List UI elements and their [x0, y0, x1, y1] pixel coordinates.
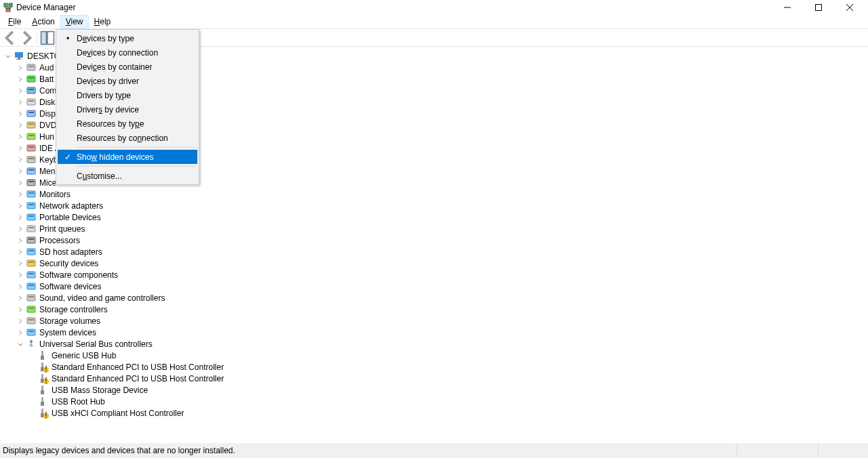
svg-rect-49	[27, 283, 35, 289]
expand-icon[interactable]	[16, 75, 24, 83]
tree-category-usb[interactable]: Universal Serial Bus controllers	[16, 338, 864, 350]
svg-rect-48	[28, 273, 34, 274]
menu-file[interactable]: File	[3, 15, 26, 28]
expand-icon[interactable]	[16, 121, 24, 129]
show-hide-console-button[interactable]	[40, 30, 55, 45]
usb-device-icon: !	[38, 408, 49, 418]
tree-item-label: Disp	[39, 109, 56, 119]
svg-rect-52	[28, 296, 34, 297]
tree-device[interactable]: ! USB xHCI Compliant Host Controller	[28, 407, 864, 419]
expand-icon[interactable]	[16, 202, 24, 210]
expand-icon[interactable]	[16, 248, 24, 256]
tree-item-label: Generic USB Hub	[52, 351, 116, 360]
expand-icon[interactable]	[16, 236, 24, 245]
menu-devices-by-container[interactable]: Devices by container	[58, 60, 197, 74]
svg-rect-32	[28, 181, 34, 182]
category-icon	[26, 247, 37, 257]
tree-category[interactable]: Monitors	[16, 188, 864, 200]
expand-icon[interactable]	[16, 271, 24, 279]
expand-icon[interactable]	[16, 225, 24, 233]
expand-icon[interactable]	[16, 64, 24, 72]
tree-category[interactable]: Software devices	[16, 280, 864, 292]
forward-button[interactable]	[19, 30, 34, 45]
expand-icon[interactable]	[16, 144, 24, 152]
svg-rect-43	[27, 249, 35, 255]
expand-icon[interactable]	[16, 110, 24, 118]
tree-category[interactable]: Storage volumes	[16, 315, 864, 327]
menu-resources-by-type[interactable]: Resources by type	[58, 117, 197, 131]
svg-rect-27	[27, 157, 35, 163]
tree-category[interactable]: Network adapters	[16, 200, 864, 211]
expand-icon[interactable]	[16, 133, 24, 141]
status-pane	[736, 443, 818, 458]
menu-view[interactable]: View	[60, 15, 89, 28]
category-icon	[26, 201, 37, 211]
tree-category[interactable]: Print queues	[16, 223, 864, 234]
expand-icon[interactable]	[16, 98, 24, 106]
menu-devices-by-driver[interactable]: Devices by driver	[58, 74, 197, 88]
expand-icon[interactable]	[16, 329, 24, 337]
category-icon	[26, 270, 37, 280]
check-mark-icon: ✓	[63, 152, 73, 162]
tree-category[interactable]: SD host adapters	[16, 246, 864, 257]
tree-category[interactable]: Storage controllers	[16, 304, 864, 315]
menu-devices-by-type[interactable]: •Devices by type	[58, 31, 197, 45]
svg-rect-10	[16, 59, 22, 60]
svg-rect-33	[27, 191, 35, 197]
menu-resources-by-connection[interactable]: Resources by connection	[58, 131, 197, 145]
expand-icon[interactable]	[16, 283, 24, 291]
category-icon	[26, 235, 37, 245]
category-icon	[26, 62, 37, 72]
collapse-icon[interactable]	[16, 340, 24, 348]
tree-device[interactable]: USB Mass Storage Device	[28, 384, 864, 396]
usb-device-icon: !	[38, 373, 49, 383]
category-icon	[26, 212, 37, 222]
expand-icon[interactable]	[16, 259, 24, 268]
category-icon	[26, 258, 37, 268]
expand-icon[interactable]	[16, 317, 24, 325]
tree-category[interactable]: Sound, video and game controllers	[16, 292, 864, 304]
expand-icon[interactable]	[16, 294, 24, 302]
usb-device-icon	[38, 350, 49, 360]
expand-icon[interactable]	[16, 190, 24, 199]
tree-category[interactable]: Processors	[16, 234, 864, 246]
menu-devices-by-connection[interactable]: Devices by connection	[58, 45, 197, 60]
svg-rect-45	[27, 260, 35, 266]
svg-rect-41	[27, 237, 35, 243]
svg-rect-25	[27, 145, 35, 151]
expand-icon[interactable]	[16, 213, 24, 222]
expand-icon[interactable]	[16, 306, 24, 314]
tree-device[interactable]: Generic USB Hub	[28, 350, 864, 361]
minimize-button[interactable]	[772, 0, 803, 15]
back-button[interactable]	[3, 30, 18, 45]
tree-category[interactable]: Security devices	[16, 257, 864, 269]
menu-drivers-by-type[interactable]: Drivers by type	[58, 88, 197, 102]
expand-icon[interactable]	[4, 52, 12, 60]
tree-item-label: Aud	[39, 63, 54, 72]
tree-category[interactable]: Portable Devices	[16, 211, 864, 223]
menu-action[interactable]: Action	[26, 15, 60, 28]
tree-item-label: Processors	[39, 236, 80, 245]
maximize-button[interactable]	[803, 0, 834, 15]
tree-category[interactable]: System devices	[16, 327, 864, 338]
tree-category[interactable]: Software components	[16, 269, 864, 280]
svg-rect-44	[28, 250, 34, 251]
expand-icon[interactable]	[16, 156, 24, 164]
svg-rect-18	[28, 100, 34, 102]
svg-rect-19	[27, 110, 35, 117]
tree-device[interactable]: ! Standard Enhanced PCI to USB Host Cont…	[28, 361, 864, 373]
category-icon	[26, 189, 37, 199]
expand-icon[interactable]	[16, 179, 24, 187]
expand-icon[interactable]	[16, 167, 24, 175]
tree-device[interactable]: USB Root Hub	[28, 396, 864, 407]
tree-item-label: SD host adapters	[39, 247, 102, 257]
menu-help[interactable]: Help	[89, 15, 117, 28]
close-button[interactable]	[834, 0, 865, 15]
tree-device[interactable]: ! Standard Enhanced PCI to USB Host Cont…	[28, 373, 864, 384]
menu-customise[interactable]: Customise...	[58, 169, 197, 183]
expand-icon[interactable]	[16, 87, 24, 95]
menu-show-hidden-devices[interactable]: ✓Show hidden devices	[58, 150, 197, 164]
device-manager-icon	[3, 2, 14, 13]
menu-drivers-by-device[interactable]: Drivers by device	[58, 102, 197, 117]
category-icon	[26, 154, 37, 165]
